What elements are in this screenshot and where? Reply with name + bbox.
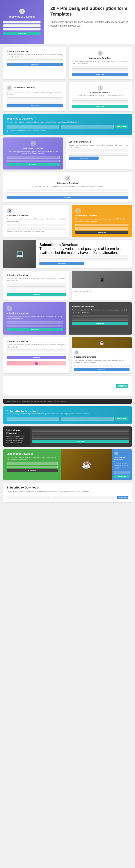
t11-subscribe-btn[interactable]: SUBSCRIBE (7, 293, 66, 297)
hero-card-title: Subscribe to Download (8, 15, 35, 18)
t3-subscribe-btn[interactable]: SUBSCRIBE (7, 104, 63, 107)
coffee-image-section: ☕ (61, 449, 112, 480)
blue-small-template: 🛡️ Subscribe to Download There are many … (112, 449, 132, 480)
t8-email-field[interactable] (7, 227, 66, 230)
t13-desc: There are many variations of passages of… (7, 315, 63, 320)
t15-email-field[interactable] (7, 353, 66, 355)
t8-name-field[interactable] (7, 224, 66, 226)
t11-extra-field[interactable] (7, 290, 66, 292)
template-card-4: 📧 SUBSCRIBE TO DOWNLOAD There are many v… (69, 82, 132, 112)
template-row-2: 🛡️ Subscribe to Download There are many … (3, 82, 132, 112)
template-card-11: Subscribe to Download There are many var… (3, 271, 69, 300)
t14-subscribe-btn[interactable]: SUBSCRIBE (72, 322, 128, 325)
t13-name-field[interactable] (7, 321, 63, 324)
green-email-field[interactable] (7, 466, 58, 468)
t10-content: Subscribe to Download There are many var… (36, 240, 132, 268)
t7-name-field[interactable] (7, 189, 128, 191)
t10-subscribe-btn[interactable]: SUBSCRIBE (39, 262, 84, 265)
twotone-name-field[interactable] (32, 429, 129, 432)
t4-logo-icon: 📧 (98, 85, 103, 91)
banner-name-field[interactable] (7, 125, 59, 128)
footer-name-field[interactable] (7, 496, 50, 499)
blue-small-field[interactable] (114, 471, 130, 474)
t1-email-field[interactable] (35, 59, 63, 62)
t3-name-field[interactable] (7, 97, 63, 100)
t1-name-field[interactable] (7, 59, 34, 62)
twotone-subscribe-btn[interactable]: SUBSCRIBE (32, 440, 129, 443)
full-blue-email-field[interactable] (61, 417, 113, 421)
t6-subscribe-btn[interactable]: SUBSCRIBE (69, 157, 99, 160)
hero-name-field (3, 21, 40, 24)
full-blue-name-field[interactable] (7, 417, 59, 421)
t11-email-field[interactable] (7, 286, 66, 289)
t15-subscribe-btn[interactable]: SUBSCRIBE (7, 356, 66, 359)
dark-bar-form: SUBSCRIBE (35, 384, 128, 388)
t6-desc: There are many variations of passages of… (69, 144, 128, 149)
t2-name-field[interactable] (72, 66, 128, 69)
t6-email-field[interactable] (69, 153, 128, 156)
t9-title: Subscribe to Download (75, 215, 128, 217)
dark-bar-subscribe-btn[interactable]: SUBSCRIBE (116, 384, 128, 388)
t1-desc: There are many variations of passages of… (7, 54, 63, 58)
t4-email-field[interactable] (72, 101, 128, 104)
t5-desc: There are many variations of passages of… (7, 151, 60, 155)
hero-subscribe-btn[interactable]: SUBSCRIBE (3, 32, 40, 35)
t5-name-field[interactable] (7, 156, 60, 159)
dark-bar-email-field[interactable] (75, 384, 114, 388)
blue-small-btn[interactable]: SUBSCRIBE (114, 475, 130, 478)
banner-title: Subscribe to Download (7, 117, 128, 120)
t9-email-field[interactable] (75, 227, 128, 230)
t16-subscribe-btn[interactable]: SUBSCRIBE (74, 368, 130, 371)
template-row-8: 🛡️ Subscribe to Download There are many … (3, 302, 132, 335)
footer-desc: There are many variations of passages of… (7, 490, 128, 493)
t2-desc: There are many variations of passages of… (72, 60, 128, 65)
template-card-2: 🛡️ Subscribe to Download There are many … (69, 47, 132, 80)
t14-name-field[interactable] (72, 315, 128, 317)
t6-name-field[interactable] (69, 150, 128, 152)
banner-email-field[interactable] (61, 125, 113, 128)
t16-email-field[interactable] (74, 365, 130, 367)
t4-name-field[interactable] (72, 98, 128, 101)
t5-subscribe-btn[interactable]: SUBSCRIBE (7, 163, 60, 166)
template-card-9: 🛡️ Subscribe to Download There are many … (72, 205, 132, 237)
footer-title: Subscribe to Download! (7, 486, 128, 489)
twotone-extra-field[interactable] (32, 436, 129, 439)
t13-email-field[interactable] (7, 325, 63, 327)
t5-email-field[interactable] (7, 160, 60, 162)
dark-bar-name-field[interactable] (35, 384, 74, 388)
t5-logo-icon: 🛡️ (30, 141, 36, 146)
t2-subscribe-btn[interactable]: SUBSCRIBE (72, 73, 128, 76)
footer-subscribe-btn[interactable]: SUBSCRIBE (117, 496, 128, 499)
t8-note: * I want to get notified from email what… (7, 231, 44, 232)
t16-desc: There are many variations of passages of… (74, 359, 130, 364)
footer-subscribe-section: Subscribe to Download! There are many va… (3, 483, 132, 502)
full-blue-subscribe-btn[interactable]: SUBSCRIBE (115, 417, 128, 421)
blue-small-logo: 🛡️ (114, 452, 118, 455)
t2-email-field[interactable] (72, 69, 128, 72)
t12-image (72, 271, 132, 288)
t10-email-field[interactable] (39, 258, 128, 261)
t4-subscribe-btn[interactable]: SUBSCRIBE (72, 105, 128, 108)
t16-coffee-image: ☕ (72, 337, 132, 348)
t11-name-field[interactable] (7, 283, 66, 285)
t10-name-field[interactable] (39, 255, 128, 257)
t3-email-field[interactable] (7, 101, 63, 103)
footer-email-field[interactable] (51, 496, 116, 499)
t2-logo-icon: 🛡️ (98, 51, 103, 56)
t9-name-field[interactable] (75, 224, 128, 226)
t15-name-field[interactable] (7, 349, 66, 352)
banner-subscribe-btn[interactable]: SUBSCRIBE (115, 125, 128, 128)
green-subscribe-btn[interactable]: SUBSCRIBE (7, 469, 58, 472)
t13-subscribe-btn[interactable]: SUBSCRIBE (7, 328, 63, 331)
green-name-field[interactable] (7, 462, 58, 465)
dark-bar-desc: There are many variations of passages of… (7, 385, 33, 393)
t1-subscribe-btn[interactable]: SUBSCRIBE (7, 63, 63, 66)
twotone-email-field[interactable] (32, 433, 129, 435)
t7-email-field[interactable] (7, 192, 128, 195)
hero-subtitle: Choose from any pre designed beautiful t… (50, 20, 128, 27)
hero-text: 20 + Pre Designed Subscription form Temp… (44, 0, 135, 44)
t14-email-field[interactable] (72, 318, 128, 321)
t9-subscribe-btn[interactable]: SUBSCRIBE (75, 231, 128, 234)
banner-checkbox[interactable] (7, 130, 8, 131)
t7-subscribe-btn[interactable]: SUBSCRIBE (7, 196, 128, 199)
